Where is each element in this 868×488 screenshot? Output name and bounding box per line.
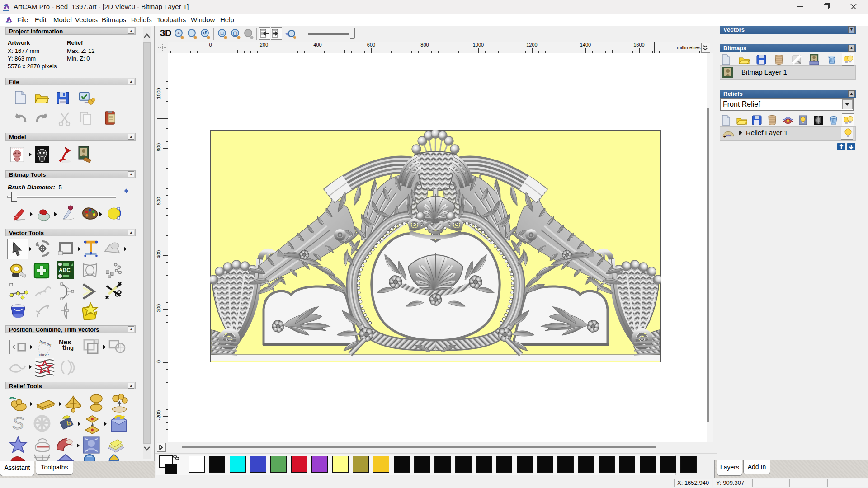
svg-text:ABC: ABC xyxy=(59,267,71,273)
svg-text:S: S xyxy=(12,415,24,433)
svg-text:−: − xyxy=(190,30,193,36)
svg-text:↺: ↺ xyxy=(203,30,207,36)
svg-text:+: + xyxy=(177,30,180,36)
svg-text:ting: ting xyxy=(62,343,74,351)
svg-text:▢: ▢ xyxy=(233,30,237,36)
svg-text:curve: curve xyxy=(39,352,49,357)
svg-text:+: + xyxy=(723,134,726,139)
svg-text:text on: text on xyxy=(39,339,52,347)
svg-text:□: □ xyxy=(221,30,224,36)
